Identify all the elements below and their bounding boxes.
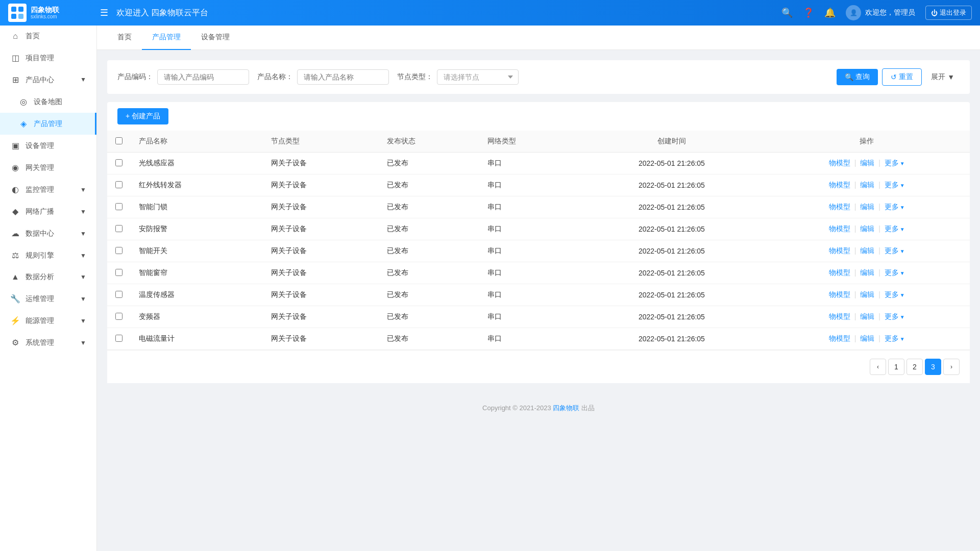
edit-link[interactable]: 编辑 <box>860 224 874 233</box>
cell-node-type: 网关子设备 <box>263 328 379 350</box>
sidebar-item-data-center[interactable]: ☁ 数据中心 ▼ <box>0 222 96 244</box>
edit-link[interactable]: 编辑 <box>860 290 874 298</box>
row-checkbox[interactable] <box>115 335 122 342</box>
logout-button[interactable]: ⏻ 退出登录 <box>925 6 972 20</box>
search-button[interactable]: 🔍 查询 <box>837 69 878 85</box>
more-button[interactable]: 更多 ▼ <box>885 334 905 343</box>
sidebar-item-project[interactable]: ◫ 项目管理 <box>0 47 96 69</box>
cell-created: 2022-05-01 21:26:05 <box>579 218 764 240</box>
model-link[interactable]: 物模型 <box>829 224 850 233</box>
sidebar-item-data-analysis[interactable]: ▲ 数据分析 ▼ <box>0 266 96 288</box>
row-checkbox[interactable] <box>115 313 122 320</box>
edit-link[interactable]: 编辑 <box>860 334 874 342</box>
edit-link[interactable]: 编辑 <box>860 181 874 189</box>
model-link[interactable]: 物模型 <box>829 290 850 298</box>
edit-link[interactable]: 编辑 <box>860 246 874 255</box>
cell-actions: 物模型 | 编辑 | 更多 ▼ <box>764 284 970 306</box>
edit-link[interactable]: 编辑 <box>860 312 874 320</box>
model-link[interactable]: 物模型 <box>829 159 850 167</box>
product-code-input[interactable] <box>157 69 249 85</box>
cell-status: 已发布 <box>379 306 479 328</box>
page-3-button[interactable]: 3 <box>925 359 941 375</box>
datacenter-icon: ☁ <box>10 229 20 238</box>
cell-created: 2022-05-01 21:26:05 <box>579 306 764 328</box>
more-button[interactable]: 更多 ▼ <box>885 203 905 212</box>
sidebar-item-system[interactable]: ⚙ 系统管理 ▼ <box>0 332 96 354</box>
row-checkbox[interactable] <box>115 159 122 166</box>
model-link[interactable]: 物模型 <box>829 312 850 320</box>
product-name-input[interactable] <box>297 69 389 85</box>
row-checkbox[interactable] <box>115 181 122 188</box>
sidebar-item-label: 网关管理 <box>26 163 54 172</box>
layout: ⌂ 首页 ◫ 项目管理 ⊞ 产品中心 ▲ ◎ 设备地图 ◈ 产品管理 ▣ 设备管… <box>0 0 980 551</box>
more-button[interactable]: 更多 ▼ <box>885 268 905 278</box>
sidebar-item-broadcast[interactable]: ◆ 网络广播 ▼ <box>0 201 96 222</box>
sidebar-item-energy[interactable]: ⚡ 能源管理 ▼ <box>0 310 96 332</box>
model-link[interactable]: 物模型 <box>829 246 850 255</box>
chevron-up-icon: ▲ <box>80 77 86 84</box>
model-link[interactable]: 物模型 <box>829 203 850 211</box>
cell-actions: 物模型 | 编辑 | 更多 ▼ <box>764 328 970 350</box>
cell-network: 串口 <box>479 240 579 262</box>
chevron-down-icon: ▼ <box>947 73 954 81</box>
gateway-icon: ◉ <box>10 163 20 172</box>
next-page-button[interactable]: › <box>943 359 960 375</box>
edit-link[interactable]: 编辑 <box>860 159 874 167</box>
more-button[interactable]: 更多 ▼ <box>885 224 905 234</box>
row-checkbox[interactable] <box>115 247 122 254</box>
sidebar-item-label: 数据中心 <box>26 229 54 238</box>
expand-button[interactable]: 展开 ▼ <box>926 69 960 85</box>
more-button[interactable]: 更多 ▼ <box>885 159 905 168</box>
create-product-button[interactable]: + 创建产品 <box>117 108 168 124</box>
cell-product-name: 变频器 <box>131 306 263 328</box>
select-all-checkbox[interactable] <box>115 137 122 144</box>
sidebar-item-device-map[interactable]: ◎ 设备地图 <box>0 91 96 113</box>
sidebar-item-ops[interactable]: 🔧 运维管理 ▼ <box>0 288 96 310</box>
model-link[interactable]: 物模型 <box>829 268 850 277</box>
cell-created: 2022-05-01 21:26:05 <box>579 196 764 218</box>
sidebar-item-product-manage[interactable]: ◈ 产品管理 <box>0 113 96 135</box>
tab-product-manage[interactable]: 产品管理 <box>142 26 191 50</box>
row-checkbox[interactable] <box>115 203 122 210</box>
cell-status: 已发布 <box>379 174 479 196</box>
svg-rect-3 <box>18 14 23 19</box>
cell-actions: 物模型 | 编辑 | 更多 ▼ <box>764 218 970 240</box>
brand-link[interactable]: 四象物联 <box>553 404 579 412</box>
home-icon: ⌂ <box>10 32 20 41</box>
prev-page-button[interactable]: ‹ <box>870 359 886 375</box>
user-menu[interactable]: 👤 欢迎您，管理员 <box>846 5 915 20</box>
page-2-button[interactable]: 2 <box>906 359 923 375</box>
chevron-down-icon: ▼ <box>80 273 86 281</box>
page-1-button[interactable]: 1 <box>888 359 904 375</box>
more-button[interactable]: 更多 ▼ <box>885 312 905 321</box>
reset-button[interactable]: ↺ 重置 <box>882 68 922 86</box>
sidebar-item-product-center[interactable]: ⊞ 产品中心 ▲ <box>0 69 96 91</box>
cell-product-name: 温度传感器 <box>131 284 263 306</box>
menu-toggle-icon[interactable]: ☰ <box>100 7 108 18</box>
logout-icon: ⏻ <box>931 9 938 17</box>
search-icon[interactable]: 🔍 <box>781 7 793 18</box>
more-button[interactable]: 更多 ▼ <box>885 246 905 256</box>
filter-buttons: 🔍 查询 ↺ 重置 展开 ▼ <box>837 68 960 86</box>
sidebar-item-monitor[interactable]: ◐ 监控管理 ▼ <box>0 179 96 201</box>
sidebar-item-rules[interactable]: ⚖ 规则引擎 ▼ <box>0 244 96 266</box>
cell-network: 串口 <box>479 284 579 306</box>
more-button[interactable]: 更多 ▼ <box>885 290 905 299</box>
model-link[interactable]: 物模型 <box>829 334 850 342</box>
edit-link[interactable]: 编辑 <box>860 203 874 211</box>
row-checkbox[interactable] <box>115 269 122 276</box>
tab-device-manage[interactable]: 设备管理 <box>191 26 240 50</box>
cell-created: 2022-05-01 21:26:05 <box>579 262 764 284</box>
edit-link[interactable]: 编辑 <box>860 268 874 277</box>
notification-icon[interactable]: 🔔 <box>824 7 836 18</box>
node-type-select[interactable]: 请选择节点 网关子设备 直连设备 <box>437 69 519 85</box>
more-button[interactable]: 更多 ▼ <box>885 181 905 190</box>
sidebar-item-gateway[interactable]: ◉ 网关管理 <box>0 157 96 179</box>
row-checkbox[interactable] <box>115 291 122 298</box>
sidebar-item-home[interactable]: ⌂ 首页 <box>0 26 96 47</box>
model-link[interactable]: 物模型 <box>829 181 850 189</box>
tab-home[interactable]: 首页 <box>107 26 142 50</box>
row-checkbox[interactable] <box>115 225 122 232</box>
help-icon[interactable]: ❓ <box>803 7 814 18</box>
sidebar-item-device-manage[interactable]: ▣ 设备管理 <box>0 135 96 157</box>
